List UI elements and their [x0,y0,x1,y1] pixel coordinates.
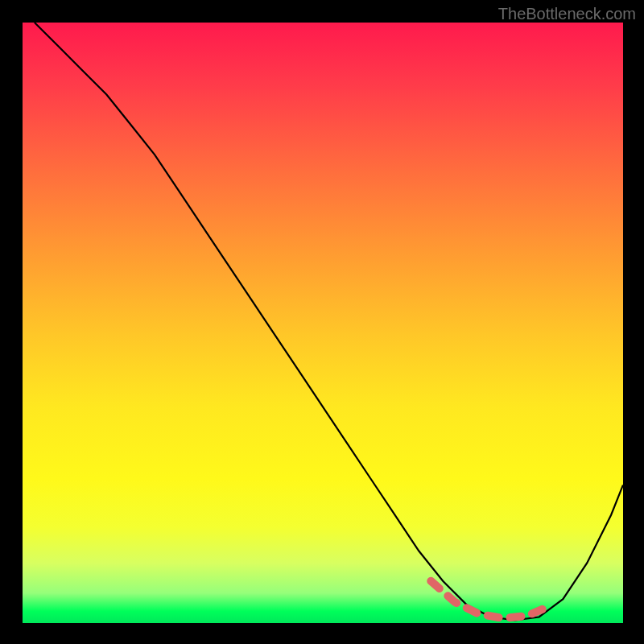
chart-svg [23,23,623,623]
chart-curve [35,23,623,620]
watermark-text: TheBottleneck.com [498,5,636,23]
chart-plot-area [23,23,623,623]
